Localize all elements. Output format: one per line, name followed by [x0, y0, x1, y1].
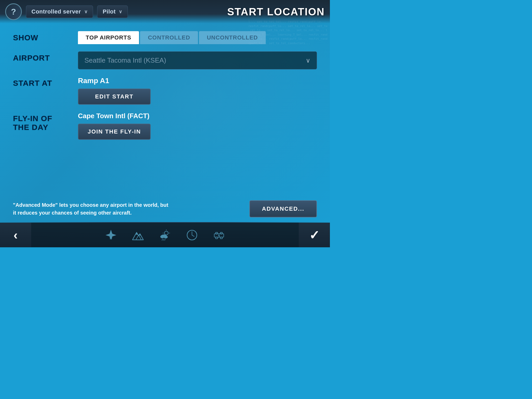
join-flyin-button[interactable]: JOIN THE FLY-IN — [78, 124, 151, 140]
flyin-row: FLY-IN OF THE DAY Cape Town Intl (FACT) … — [13, 112, 317, 140]
svg-line-14 — [165, 239, 165, 240]
airport-label: AIRPORT — [13, 51, 70, 62]
server-chevron: ∨ — [84, 9, 88, 15]
main-content: SHOW TOP AIRPORTS CONTROLLED UNCONTROLLE… — [0, 23, 330, 140]
pilot-chevron: ∨ — [119, 9, 122, 15]
bottom-info-area: "Advanced Mode" lets you choose any airp… — [0, 195, 330, 223]
airplane-nav-icon[interactable] — [103, 227, 119, 243]
top-bar: ? Controlled server ∨ Pilot ∨ START LOCA… — [0, 0, 330, 23]
engine-nav-icon[interactable] — [211, 227, 227, 243]
airport-row: AIRPORT Seattle Tacoma Intl (KSEA) ∨ — [13, 51, 317, 69]
svg-line-17 — [192, 235, 194, 236]
server-label: Controlled server — [31, 8, 81, 15]
back-button[interactable]: ‹ — [0, 223, 31, 247]
flyin-label: FLY-IN OF THE DAY — [13, 112, 70, 132]
clock-nav-icon[interactable] — [184, 227, 200, 243]
svg-line-13 — [163, 239, 164, 240]
pilot-dropdown[interactable]: Pilot ∨ — [97, 5, 128, 18]
airport-dropdown[interactable]: Seattle Tacoma Intl (KSEA) ∨ — [78, 51, 317, 69]
checkmark-icon: ✓ — [309, 228, 320, 242]
svg-rect-20 — [220, 232, 222, 234]
page-title: START LOCATION — [227, 6, 325, 18]
svg-rect-21 — [216, 237, 218, 238]
show-label: SHOW — [13, 31, 70, 42]
start-at-label: START AT — [13, 77, 70, 88]
show-tabs: TOP AIRPORTS CONTROLLED UNCONTROLLED — [78, 31, 317, 44]
pilot-label: Pilot — [103, 8, 116, 15]
confirm-button[interactable]: ✓ — [299, 223, 330, 247]
advanced-info-text: "Advanced Mode" lets you choose any airp… — [13, 201, 169, 217]
help-button[interactable]: ? — [5, 3, 22, 20]
nav-icons — [31, 227, 299, 243]
weather-nav-icon[interactable] — [157, 227, 173, 243]
start-at-content: Ramp A1 EDIT START — [78, 77, 317, 105]
svg-point-11 — [164, 236, 168, 238]
mountains-nav-icon[interactable] — [130, 227, 146, 243]
tab-controlled[interactable]: CONTROLLED — [140, 31, 198, 44]
start-at-value: Ramp A1 — [78, 77, 317, 85]
show-row: SHOW TOP AIRPORTS CONTROLLED UNCONTROLLE… — [13, 31, 317, 44]
bottom-nav: ‹ — [0, 223, 330, 247]
advanced-button[interactable]: ADVANCED... — [249, 200, 317, 217]
svg-point-10 — [160, 235, 164, 238]
flyin-value: Cape Town Intl (FACT) — [78, 112, 317, 120]
tab-top-airports[interactable]: TOP AIRPORTS — [78, 31, 139, 44]
airport-chevron: ∨ — [306, 57, 310, 64]
start-at-row: START AT Ramp A1 EDIT START — [13, 77, 317, 105]
tab-group: TOP AIRPORTS CONTROLLED UNCONTROLLED — [78, 31, 317, 44]
svg-point-4 — [164, 231, 168, 235]
back-arrow-icon: ‹ — [14, 228, 18, 242]
tab-uncontrolled[interactable]: UNCONTROLLED — [199, 31, 266, 44]
server-dropdown[interactable]: Controlled server ∨ — [26, 5, 93, 18]
svg-line-12 — [162, 239, 163, 240]
airport-content: Seattle Tacoma Intl (KSEA) ∨ — [78, 51, 317, 69]
svg-rect-19 — [216, 232, 218, 234]
edit-start-button[interactable]: EDIT START — [78, 89, 151, 105]
svg-rect-22 — [220, 237, 222, 238]
airport-value: Seattle Tacoma Intl (KSEA) — [84, 56, 166, 64]
flyin-content: Cape Town Intl (FACT) JOIN THE FLY-IN — [78, 112, 317, 140]
